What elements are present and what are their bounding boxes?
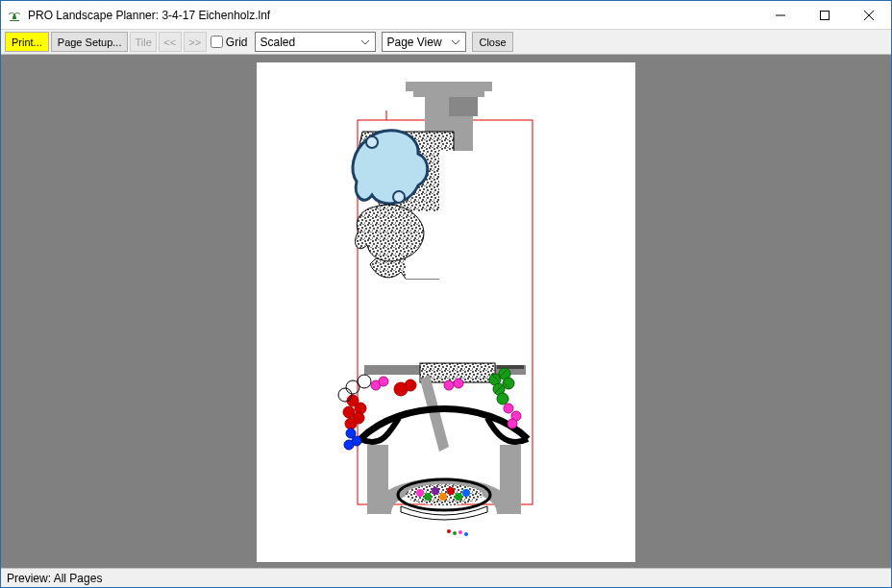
scale-dropdown[interactable]: Scaled — [255, 32, 376, 52]
preview-page — [257, 62, 635, 562]
status-bar: Preview: All Pages — [1, 568, 891, 587]
scale-dropdown-value: Scaled — [260, 36, 295, 49]
svg-point-44 — [358, 375, 371, 388]
status-text: Preview: All Pages — [7, 572, 102, 585]
chevron-down-icon — [358, 33, 373, 51]
svg-point-45 — [338, 388, 352, 402]
svg-point-28 — [344, 440, 354, 450]
grid-checkbox-input[interactable] — [211, 36, 223, 48]
preview-workspace[interactable] — [1, 55, 891, 568]
svg-rect-11 — [449, 97, 478, 116]
svg-point-48 — [416, 489, 424, 497]
svg-point-32 — [454, 379, 463, 388]
next-page-button: >> — [184, 32, 207, 52]
chevron-down-icon — [448, 33, 463, 51]
app-icon — [7, 8, 22, 23]
svg-point-54 — [462, 489, 470, 497]
tile-button: Tile — [130, 32, 156, 52]
svg-point-58 — [464, 532, 468, 536]
svg-point-37 — [405, 380, 416, 391]
svg-point-56 — [453, 531, 457, 535]
svg-rect-19 — [367, 445, 388, 514]
close-button[interactable]: Close — [472, 32, 512, 52]
svg-point-50 — [432, 487, 439, 495]
svg-point-35 — [508, 419, 517, 429]
grid-checkbox-label: Grid — [226, 36, 248, 49]
page-view-dropdown[interactable]: Page View — [382, 32, 466, 52]
minimize-button[interactable] — [758, 1, 803, 29]
svg-point-53 — [455, 493, 462, 501]
svg-rect-0 — [821, 11, 830, 19]
plant-cluster-left — [343, 395, 366, 429]
svg-point-14 — [366, 136, 378, 148]
svg-point-33 — [504, 404, 513, 413]
svg-rect-18 — [497, 365, 524, 369]
window-title: PRO Landscape Planner: 3-4-17 Eichenholz… — [28, 9, 270, 22]
svg-point-25 — [345, 418, 357, 429]
print-button[interactable]: Print... — [5, 32, 49, 52]
maximize-button[interactable] — [803, 1, 847, 29]
svg-point-52 — [447, 487, 455, 495]
title-bar: PRO Landscape Planner: 3-4-17 Eichenholz… — [1, 1, 891, 30]
svg-point-31 — [444, 380, 454, 390]
svg-point-15 — [393, 191, 405, 203]
window-controls — [758, 1, 891, 29]
svg-point-30 — [379, 377, 388, 386]
page-setup-button[interactable]: Page Setup... — [51, 32, 129, 52]
page-view-dropdown-value: Page View — [386, 36, 441, 49]
grid-checkbox[interactable]: Grid — [211, 36, 248, 49]
svg-rect-20 — [500, 445, 521, 514]
svg-point-51 — [439, 493, 447, 501]
svg-point-55 — [447, 529, 451, 533]
toolbar: Print... Page Setup... Tile << >> Grid S… — [1, 30, 891, 55]
svg-point-57 — [458, 530, 462, 534]
prev-page-button: << — [159, 32, 182, 52]
svg-point-49 — [424, 493, 432, 501]
svg-point-42 — [497, 393, 508, 404]
close-window-button[interactable] — [847, 1, 891, 29]
